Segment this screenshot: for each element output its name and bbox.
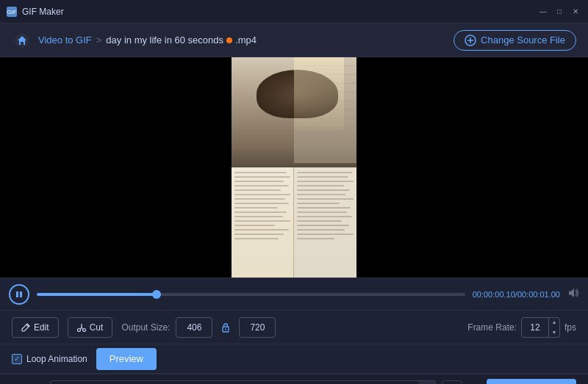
edit-button[interactable]: Edit [12, 317, 59, 338]
pause-button[interactable] [9, 284, 29, 305]
loop-animation-checkbox-wrap[interactable]: ✓ Loop Animation [12, 354, 87, 364]
frame-rate-up-button[interactable]: ▲ [549, 317, 559, 327]
video-preview [232, 57, 356, 278]
seek-thumb [152, 290, 161, 299]
time-total: 00:00:01.00 [517, 290, 560, 299]
dog-area [232, 57, 356, 178]
file-dot-indicator [226, 37, 232, 43]
cut-label: Cut [90, 322, 104, 333]
svg-rect-7 [20, 291, 22, 297]
title-bar-left: GIF GIF Maker [6, 6, 64, 18]
save-bar: Save to: ▼ ➜ Generate GIF [0, 373, 588, 384]
title-bar-controls: — □ ✕ [537, 5, 582, 18]
nav-left: Video to GIF > day in my life in 60 seco… [12, 30, 257, 51]
frame-rate-down-button[interactable]: ▼ [549, 327, 559, 338]
output-width-input[interactable] [176, 317, 212, 338]
loop-animation-label: Loop Animation [26, 354, 87, 364]
book-right-page [294, 167, 356, 278]
edit-label: Edit [34, 322, 49, 333]
framerate-group: Frame Rate: ▲ ▼ fps [467, 317, 576, 338]
nav-bar: Video to GIF > day in my life in 60 seco… [0, 23, 588, 57]
breadcrumb-link[interactable]: Video to GIF [38, 35, 92, 46]
fps-label: fps [564, 322, 576, 333]
volume-icon[interactable] [567, 287, 579, 301]
minimize-button[interactable]: — [537, 5, 550, 18]
cut-icon [77, 323, 86, 332]
save-path-wrap: ▼ [50, 380, 436, 384]
seek-track[interactable] [37, 293, 465, 296]
open-folder-button[interactable] [442, 380, 462, 384]
book-left-page [232, 167, 294, 278]
change-source-label: Change Source File [481, 35, 565, 46]
svg-rect-6 [16, 291, 18, 297]
frame-rate-label: Frame Rate: [467, 322, 517, 333]
generate-gif-button[interactable]: Generate GIF [487, 379, 576, 384]
output-size-label: Output Size: [121, 322, 170, 333]
breadcrumb: Video to GIF > day in my life in 60 seco… [38, 35, 257, 46]
close-button[interactable]: ✕ [569, 5, 582, 18]
save-path-input[interactable] [50, 380, 419, 384]
controls-bar: Edit Cut Output Size: Frame Rate: ▲ [0, 310, 588, 344]
svg-point-15 [225, 328, 226, 330]
time-current: 00:00:00.10 [473, 290, 515, 299]
video-area [0, 57, 588, 278]
frame-rate-input[interactable] [522, 322, 548, 333]
edit-icon [21, 323, 30, 332]
output-height-input[interactable] [239, 317, 276, 338]
home-icon[interactable] [12, 30, 32, 51]
playback-bar: 00:00:00.10/00:00:01.00 [0, 278, 588, 310]
loop-animation-checkbox[interactable]: ✓ [12, 354, 22, 364]
time-display: 00:00:00.10/00:00:01.00 [473, 290, 560, 299]
breadcrumb-filename: day in my life in 60 seconds [106, 35, 223, 46]
change-source-button[interactable]: Change Source File [453, 30, 576, 51]
loop-row: ✓ Loop Animation Preview [0, 344, 588, 373]
plus-circle-icon [465, 35, 476, 46]
book-area [232, 167, 356, 278]
svg-line-12 [82, 327, 83, 330]
breadcrumb-separator: > [96, 35, 102, 46]
cut-button[interactable]: Cut [68, 317, 113, 338]
title-bar-text: GIF Maker [22, 7, 64, 17]
app-icon: GIF [6, 6, 18, 18]
maximize-button[interactable]: □ [553, 5, 566, 18]
title-bar: GIF GIF Maker — □ ✕ [0, 0, 588, 23]
output-size-group: Output Size: [121, 317, 276, 338]
breadcrumb-ext: .mp4 [235, 35, 257, 46]
framerate-input-wrap: ▲ ▼ [521, 317, 560, 338]
save-path-dropdown-button[interactable]: ▼ [419, 380, 436, 384]
svg-text:GIF: GIF [7, 9, 16, 15]
lock-icon[interactable] [218, 320, 233, 335]
framerate-arrows: ▲ ▼ [548, 317, 559, 338]
preview-button[interactable]: Preview [96, 348, 157, 370]
video-thumbnail [232, 57, 356, 278]
breadcrumb-current: day in my life in 60 seconds .mp4 [106, 35, 257, 46]
seek-fill [37, 293, 157, 296]
